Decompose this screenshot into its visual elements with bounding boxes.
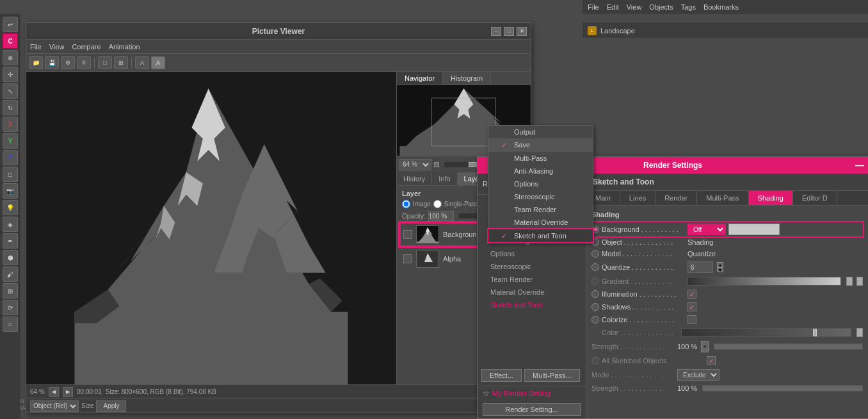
rs-tab-render[interactable]: Render [655, 191, 697, 205]
poly-btn[interactable]: ◈ [3, 217, 18, 232]
menu-item-options[interactable]: Options [488, 177, 593, 190]
rs-menu-teamrender[interactable]: Team Render [478, 273, 586, 286]
pv-apply-btn[interactable]: Apply [96, 400, 126, 412]
rs-mode-select[interactable]: Exclude [677, 369, 719, 381]
menu-item-stereo[interactable]: Stereoscopic [488, 190, 593, 203]
pen-btn[interactable]: ✒ [3, 233, 18, 249]
rs-check-illumination[interactable]: ✓ [687, 290, 696, 299]
pv-menu-animation[interactable]: Animation [109, 43, 140, 51]
light-btn[interactable]: 💡 [3, 200, 18, 215]
menu-file[interactable]: File [588, 3, 599, 11]
rs-menu-options[interactable]: Options [478, 247, 586, 260]
single-pass-radio[interactable] [433, 200, 442, 208]
rs-tab-multipass[interactable]: Multi-Pass [697, 191, 748, 205]
rs-gradient-btn2[interactable] [856, 277, 863, 286]
pv-menu-view[interactable]: View [49, 43, 65, 51]
menu-objects[interactable]: Objects [649, 3, 673, 11]
pv-info-tab[interactable]: Info [432, 172, 457, 185]
select-btn[interactable]: ⊕ [3, 50, 18, 65]
rs-gradient-bar[interactable] [687, 277, 841, 286]
menu-item-antialiasing[interactable]: Anti-Aliasing [488, 165, 593, 177]
camera-btn[interactable]: 📷 [3, 183, 18, 199]
rs-radio-gradient[interactable] [591, 277, 599, 285]
rs-strength2-slider[interactable] [702, 385, 863, 391]
layer-vis-checkbox-alpha[interactable] [403, 254, 412, 263]
menu-edit[interactable]: Edit [607, 3, 619, 11]
menu-bookmarks[interactable]: Bookmarks [703, 3, 739, 11]
rs-check-shadows[interactable]: ✓ [687, 302, 696, 311]
image-radio[interactable] [402, 200, 410, 208]
pv-settings-btn[interactable]: ⚙ [61, 56, 75, 69]
pv-color-btn[interactable]: A [135, 56, 149, 69]
pv-play-btn[interactable]: ▶ [63, 387, 73, 397]
pv-zoom-select[interactable]: 64 % 100 % [399, 159, 431, 170]
cube-btn[interactable]: □ [3, 167, 18, 182]
rs-quantize-down[interactable]: ▼ [717, 267, 723, 272]
sculpt-btn[interactable]: ⬢ [3, 250, 18, 265]
mograph-btn[interactable]: ⊞ [3, 283, 18, 299]
pv-save-btn[interactable]: 💾 [45, 56, 59, 69]
rotate-btn[interactable]: ↻ [3, 100, 18, 115]
pv-play-prev-btn[interactable]: ◀ [49, 387, 59, 397]
y-axis-btn[interactable]: Y [3, 133, 18, 149]
pv-maximize-btn[interactable]: □ [504, 27, 514, 36]
rs-gradient-btn[interactable] [846, 277, 853, 286]
menu-view[interactable]: View [627, 3, 642, 11]
x-axis-btn[interactable]: X [3, 117, 18, 132]
rs-menu-stereo[interactable]: Stereoscopic [478, 260, 586, 273]
rs-radio-model[interactable] [591, 250, 599, 258]
pv-close-btn[interactable]: ✕ [517, 27, 527, 36]
rs-check-colorize[interactable] [687, 315, 696, 324]
pv-copy-btn[interactable]: ⎘ [77, 56, 91, 69]
paint-btn[interactable]: 🖌 [3, 267, 18, 282]
rs-radio-all-sketched[interactable] [591, 357, 599, 365]
rs-radio-illumination[interactable] [591, 290, 599, 298]
rs-quantize-up[interactable]: ▲ [717, 262, 723, 267]
pv-text-btn[interactable]: A [151, 56, 165, 69]
pv-grid-btn[interactable]: ⊞ [114, 56, 128, 69]
pv-navigator-tab[interactable]: Navigator [397, 72, 443, 85]
rs-color-btn[interactable] [856, 328, 863, 337]
rs-tab-shading[interactable]: Shading [749, 191, 793, 205]
menu-item-save[interactable]: ✓ Save [488, 138, 593, 151]
zoom-down-btn[interactable] [434, 162, 439, 167]
rs-multipass-btn[interactable]: Multi-Pass... [524, 369, 580, 382]
z-axis-btn[interactable]: Z [3, 150, 18, 165]
menu-item-output[interactable]: Output [488, 126, 593, 138]
rs-tab-lines[interactable]: Lines [620, 191, 655, 205]
rs-menu-matoverride[interactable]: Material Override [478, 286, 586, 299]
pv-object-select[interactable]: Object (Rel) [30, 400, 79, 412]
menu-item-teamrender[interactable]: Team Render [488, 203, 593, 216]
pv-menu-file[interactable]: File [30, 43, 42, 51]
rs-close-btn[interactable]: — [855, 160, 864, 170]
dynamics-btn[interactable]: ⟳ [3, 300, 18, 315]
undo-btn[interactable]: ↩ [3, 17, 18, 32]
pv-history-tab[interactable]: History [397, 172, 432, 185]
rs-effect-btn[interactable]: Effect... [481, 369, 522, 382]
rs-color-slider[interactable] [681, 328, 851, 337]
rs-radio-colorize[interactable] [591, 316, 599, 324]
rs-radio-quantize[interactable] [591, 263, 599, 271]
rs-strength-stepper[interactable]: + [701, 341, 709, 352]
pv-open-btn[interactable]: 📁 [29, 56, 43, 69]
menu-item-sketchtoon[interactable]: ✓ Sketch and Toon [488, 229, 593, 242]
rs-my-render-link[interactable]: My Render Setting [492, 390, 551, 397]
rs-check-all-sketched[interactable]: ✓ [707, 356, 716, 365]
move-btn[interactable]: ✛ [3, 67, 18, 82]
rs-radio-shadows[interactable] [591, 303, 599, 311]
menu-item-multipass[interactable]: Multi-Pass [488, 152, 593, 165]
rs-background-dropdown[interactable]: Off [687, 224, 726, 235]
rs-menu-sketchtoon[interactable]: Sketch and Toon [478, 299, 586, 311]
rs-quantize-input[interactable] [687, 261, 713, 273]
layer-vis-checkbox[interactable] [403, 230, 412, 239]
rs-tab-editor[interactable]: Editor D [793, 191, 837, 205]
rs-render-setting-btn[interactable]: Render Setting... [483, 403, 581, 416]
pv-minimize-btn[interactable]: ─ [491, 27, 501, 36]
scale-btn[interactable]: ⤡ [3, 83, 18, 99]
menu-tags[interactable]: Tags [681, 3, 696, 11]
pv-view-btn[interactable]: □ [98, 56, 112, 69]
opacity-input[interactable] [428, 211, 454, 221]
pv-menu-compare[interactable]: Compare [72, 43, 100, 51]
rs-strength-slider[interactable] [714, 343, 863, 350]
hair-btn[interactable]: ≈ [3, 316, 18, 332]
